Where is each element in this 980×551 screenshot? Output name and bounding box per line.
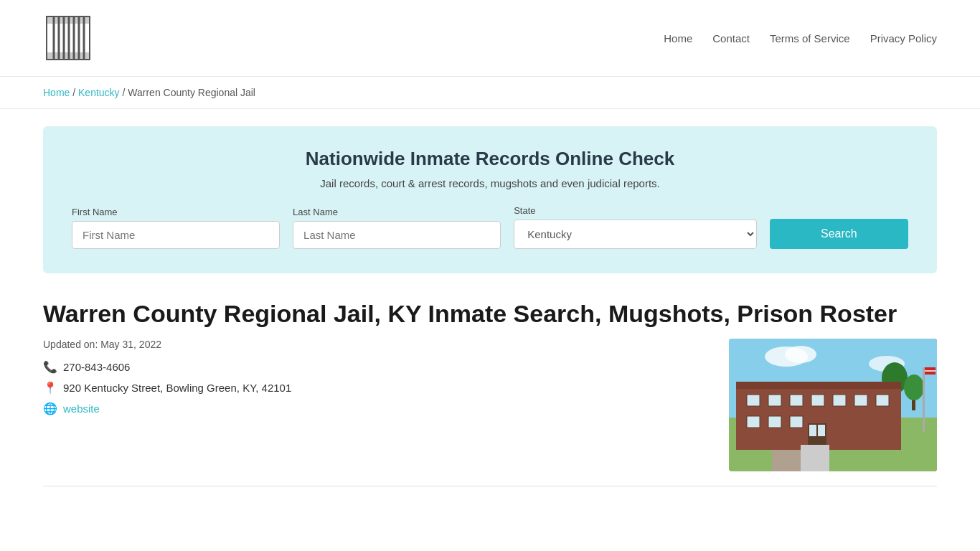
svg-rect-29 [747, 416, 760, 428]
address-text: 920 Kentucky Street, Bowling Green, KY, … [63, 382, 291, 394]
phone-icon: 📞 [43, 360, 57, 374]
breadcrumb-home[interactable]: Home [43, 87, 70, 98]
globe-icon: 🌐 [43, 402, 57, 415]
updated-date: Updated on: May 31, 2022 [43, 339, 686, 350]
search-button[interactable]: Search [770, 219, 908, 249]
svg-rect-24 [790, 395, 803, 406]
svg-rect-22 [747, 395, 760, 406]
page-info-left: Updated on: May 31, 2022 📞 270-843-4606 … [43, 339, 686, 423]
svg-rect-30 [768, 416, 781, 428]
banner-title: Nationwide Inmate Records Online Check [72, 148, 908, 170]
site-header: Home Contact Terms of Service Privacy Po… [0, 0, 980, 77]
section-divider [43, 486, 937, 486]
phone-number: 270-843-4606 [63, 361, 130, 373]
svg-rect-27 [854, 395, 867, 406]
svg-rect-23 [768, 395, 781, 406]
state-group: State Kentucky Alabama Alaska Arizona Ar… [514, 205, 756, 249]
svg-rect-33 [809, 425, 816, 436]
first-name-input[interactable] [72, 221, 280, 249]
svg-rect-38 [801, 445, 829, 471]
svg-rect-34 [818, 425, 825, 436]
svg-point-17 [904, 375, 924, 400]
address-info: 📍 920 Kentucky Street, Bowling Green, KY… [43, 381, 686, 395]
website-info: 🌐 website [43, 402, 686, 415]
nav-home[interactable]: Home [664, 32, 692, 44]
nav-privacy[interactable]: Privacy Policy [870, 32, 937, 44]
page-info: Updated on: May 31, 2022 📞 270-843-4606 … [43, 339, 937, 471]
svg-rect-26 [833, 395, 846, 406]
first-name-label: First Name [72, 207, 280, 217]
last-name-label: Last Name [293, 207, 501, 217]
location-icon: 📍 [43, 381, 57, 395]
search-form: First Name Last Name State Kentucky Alab… [72, 205, 908, 249]
last-name-group: Last Name [293, 207, 501, 249]
page-title: Warren County Regional Jail, KY Inmate S… [43, 299, 937, 329]
jail-image [729, 339, 937, 471]
search-btn-container: Search [770, 219, 908, 249]
nav-terms[interactable]: Terms of Service [770, 32, 850, 44]
last-name-input[interactable] [293, 221, 501, 249]
svg-rect-31 [790, 416, 803, 428]
banner-subtitle: Jail records, court & arrest records, mu… [72, 177, 908, 189]
page-title-section: Warren County Regional Jail, KY Inmate S… [43, 299, 937, 471]
main-nav: Home Contact Terms of Service Privacy Po… [664, 32, 937, 44]
main-content: Nationwide Inmate Records Online Check J… [0, 126, 980, 515]
jail-logo-icon [43, 13, 93, 63]
logo[interactable] [43, 13, 93, 63]
breadcrumb: Home / Kentucky / Warren County Regional… [0, 77, 980, 109]
svg-rect-25 [811, 395, 824, 406]
first-name-group: First Name [72, 207, 280, 249]
state-label: State [514, 205, 756, 216]
phone-info: 📞 270-843-4606 [43, 360, 686, 374]
breadcrumb-current: / Warren County Regional Jail [123, 87, 255, 98]
state-select[interactable]: Kentucky Alabama Alaska Arizona Arkansas… [514, 220, 756, 249]
svg-rect-35 [923, 367, 925, 432]
nav-contact[interactable]: Contact [712, 32, 750, 44]
website-link[interactable]: website [63, 402, 100, 415]
svg-rect-21 [736, 382, 901, 389]
breadcrumb-state[interactable]: Kentucky [78, 87, 120, 98]
svg-point-12 [785, 346, 816, 363]
svg-rect-28 [876, 395, 889, 406]
search-banner: Nationwide Inmate Records Online Check J… [43, 126, 937, 273]
